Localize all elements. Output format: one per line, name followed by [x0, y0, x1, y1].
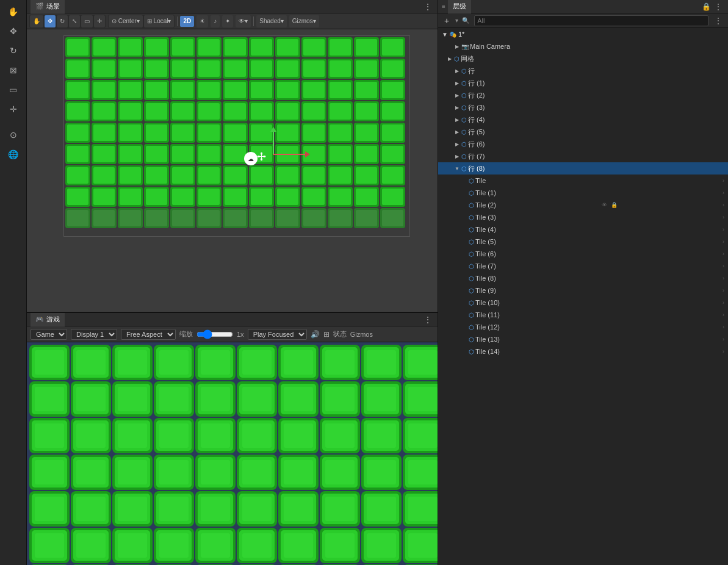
- effects-button[interactable]: ✦: [222, 15, 233, 27]
- lighting-button[interactable]: ☀: [196, 15, 208, 27]
- global-icon[interactable]: 🌐: [4, 145, 23, 164]
- hierarchy-item-main-camera[interactable]: ▶ 📷 Main Camera: [438, 40, 728, 52]
- hierarchy-item-net[interactable]: ▶ ⬡ 网格: [438, 52, 728, 65]
- hierarchy-item-row[interactable]: ▶ ⬡ 行: [438, 65, 728, 77]
- gizmos-dropdown[interactable]: Gizmos▾: [289, 15, 319, 27]
- scene-tile: [65, 80, 90, 100]
- rect-tool-icon[interactable]: ▭: [4, 81, 23, 99]
- scale-tool-icon[interactable]: ⊠: [4, 61, 23, 79]
- scene-tile: [118, 101, 143, 121]
- expand-arrow: ▼: [453, 162, 461, 175]
- hierarchy-item-row8[interactable]: ▼ ⬡ 行 (8): [438, 162, 728, 175]
- move-tool-button[interactable]: ✥: [45, 15, 56, 27]
- hierarchy-item-row7[interactable]: ▶ ⬡ 行 (7): [438, 150, 728, 162]
- hierarchy-item-row6[interactable]: ▶ ⬡ 行 (6): [438, 138, 728, 150]
- render-dropdown[interactable]: Shaded▾: [256, 15, 286, 27]
- hand-tool-icon[interactable]: ✋: [4, 2, 23, 21]
- play-focused-select[interactable]: Play Focused: [248, 329, 307, 340]
- hierarchy-item-tile13[interactable]: ⬡ Tile (13) ›: [438, 333, 728, 345]
- scene-tile: [249, 123, 274, 143]
- scene-tile: [328, 187, 353, 207]
- hierarchy-item-tile5[interactable]: ⬡ Tile (5) ›: [438, 236, 728, 248]
- add-object-button[interactable]: +: [442, 16, 452, 26]
- display-select[interactable]: Display 1: [71, 329, 117, 340]
- scale-tool-button[interactable]: ⤡: [69, 15, 80, 27]
- hierarchy-item-tile12[interactable]: ⬡ Tile (12) ›: [438, 321, 728, 333]
- hierarchy-tab-bar: ≡ 层级 🔒 ⋮: [438, 0, 728, 13]
- game-tile: [361, 528, 402, 563]
- hierarchy-item-tile1[interactable]: ⬡ Tile (1) ›: [438, 187, 728, 199]
- tab-scene[interactable]: 🎬 场景: [31, 0, 65, 13]
- rect-tool-button[interactable]: ▭: [81, 15, 93, 27]
- scene-tile: [170, 165, 195, 185]
- item-chevron: ›: [723, 312, 724, 318]
- scene-more-button[interactable]: ⋮: [422, 2, 434, 12]
- no-arrow: [460, 272, 469, 284]
- hierarchy-search-more[interactable]: ⋮: [712, 15, 724, 27]
- hierarchy-item-tile8[interactable]: ⬡ Tile (8) ›: [438, 272, 728, 284]
- pivot-icon[interactable]: ⊙: [4, 126, 23, 144]
- zoom-slider[interactable]: [196, 330, 233, 339]
- hierarchy-item-row3[interactable]: ▶ ⬡ 行 (3): [438, 101, 728, 113]
- hierarchy-item-tile11[interactable]: ⬡ Tile (11) ›: [438, 309, 728, 321]
- rotate-tool-icon[interactable]: ↻: [4, 41, 23, 60]
- game-tile: [320, 418, 360, 453]
- hand-tool-button[interactable]: ✋: [30, 15, 43, 27]
- hierarchy-item-label: Tile (10): [475, 299, 500, 306]
- scene-tile: [92, 187, 117, 207]
- no-arrow: [460, 187, 469, 199]
- scene-viewport: ☁ ✢: [27, 29, 438, 312]
- visibility-button[interactable]: 👁▾: [236, 15, 251, 27]
- pivot-button[interactable]: ⊙ Center▾: [109, 15, 143, 27]
- tab-game[interactable]: 🎮 游戏: [31, 313, 65, 326]
- lock-item-icon[interactable]: 🔒: [610, 201, 618, 209]
- game-more-button[interactable]: ⋮: [422, 315, 434, 325]
- aspect-select[interactable]: Free Aspect: [121, 329, 176, 340]
- hierarchy-item-label: Tile: [475, 177, 486, 184]
- space-button[interactable]: ⊞ Local▾: [144, 15, 175, 27]
- cube-icon: ⬡: [461, 165, 467, 172]
- game-tile: [71, 381, 111, 417]
- hierarchy-more-button[interactable]: ⋮: [712, 1, 724, 13]
- hierarchy-item-row1[interactable]: ▶ ⬡ 行 (1): [438, 77, 728, 89]
- audio-button[interactable]: ♪: [211, 15, 220, 27]
- hierarchy-item-row5[interactable]: ▶ ⬡ 行 (5): [438, 126, 728, 138]
- game-mode-select[interactable]: Game: [31, 329, 67, 340]
- scene-tile: [65, 59, 90, 79]
- hierarchy-item-tile9[interactable]: ⬡ Tile (9) ›: [438, 284, 728, 297]
- hierarchy-item-tile7[interactable]: ⬡ Tile (7) ›: [438, 260, 728, 272]
- eye-icon[interactable]: 👁: [600, 201, 608, 209]
- hierarchy-item-tile14[interactable]: ⬡ Tile (14) ›: [438, 345, 728, 358]
- no-arrow: [460, 297, 469, 309]
- scene-tile: [170, 208, 195, 228]
- expand-arrow: ▶: [453, 89, 461, 101]
- hierarchy-item-tile4[interactable]: ⬡ Tile (4) ›: [438, 223, 728, 236]
- scene-tile: [328, 80, 353, 100]
- hierarchy-item-row2[interactable]: ▶ ⬡ 行 (2): [438, 89, 728, 101]
- lock-icon-button[interactable]: 🔒: [700, 1, 712, 13]
- hierarchy-scene-root[interactable]: ▼ 🎭 1*: [438, 28, 728, 40]
- hierarchy-item-tile3[interactable]: ⬡ Tile (3) ›: [438, 211, 728, 223]
- hierarchy-search-input[interactable]: [474, 15, 708, 26]
- cube-icon: ⬡: [469, 202, 474, 209]
- tab-hierarchy[interactable]: 层级: [448, 0, 471, 13]
- game-tile: [29, 418, 70, 453]
- scene-tile: [354, 187, 379, 207]
- 2d-toggle-button[interactable]: 2D: [180, 16, 194, 27]
- hierarchy-item-tile10[interactable]: ⬡ Tile (10) ›: [438, 297, 728, 309]
- rotate-tool-button[interactable]: ↻: [57, 15, 68, 27]
- hierarchy-item-row4[interactable]: ▶ ⬡ 行 (4): [438, 113, 728, 126]
- transform-tool-icon[interactable]: ✛: [4, 100, 23, 118]
- hierarchy-item-tile[interactable]: ⬡ Tile ›: [438, 175, 728, 187]
- game-tab-label: 游戏: [46, 315, 60, 324]
- cube-icon: ⬡: [461, 153, 467, 160]
- move-tool-icon[interactable]: ✥: [4, 22, 23, 40]
- hierarchy-item-tile2[interactable]: ⬡ Tile (2) 👁 🔒 ›: [438, 199, 728, 211]
- no-arrow: [460, 248, 469, 260]
- scene-tile: [118, 59, 143, 79]
- scene-tile: [223, 37, 248, 57]
- hierarchy-item-tile6[interactable]: ⬡ Tile (6) ›: [438, 248, 728, 260]
- scene-tile: [223, 144, 248, 164]
- custom-tool-button[interactable]: ✛: [94, 15, 105, 27]
- scene-tile: [249, 59, 274, 79]
